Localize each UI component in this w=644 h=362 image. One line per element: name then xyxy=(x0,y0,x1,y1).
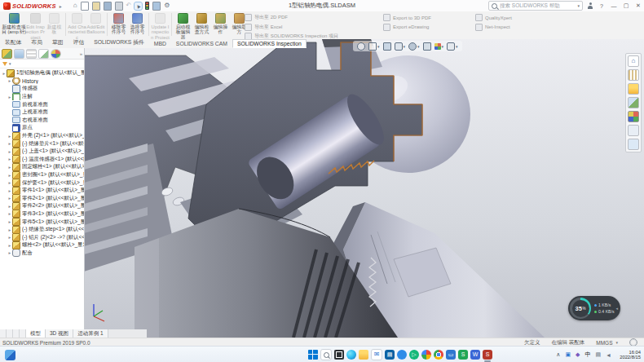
view-tab-model[interactable]: 模型 xyxy=(26,329,46,338)
tab-cam[interactable]: SOLIDWORKS CAM xyxy=(171,39,232,48)
panel-tabs-overflow-icon[interactable]: » xyxy=(80,51,82,56)
taskbar-clock[interactable]: 16:04 2022/8/15 xyxy=(620,350,641,360)
tab-mbd[interactable]: MBD xyxy=(149,39,171,48)
tab-sketch[interactable]: 草图 xyxy=(47,37,68,48)
tree-item-component[interactable]: ▸零件2<2> (默认<<默认>_显示状态 xyxy=(1,202,84,210)
remote-app-icon[interactable]: ▭ xyxy=(446,350,456,360)
task-view-icon[interactable] xyxy=(334,350,344,360)
pane-splitter-button[interactable] xyxy=(13,329,20,338)
hide-show-items-icon[interactable] xyxy=(423,42,431,51)
configuration-manager-tab-icon[interactable] xyxy=(26,49,37,59)
solidworks-resources-icon[interactable]: ⌂ xyxy=(628,55,639,67)
edit-operation-button[interactable]: 编辑操作 xyxy=(211,12,230,35)
chrome-icon[interactable] xyxy=(434,350,443,360)
browser-360-icon[interactable] xyxy=(421,350,431,360)
ime-mode-indicator[interactable]: 中 xyxy=(584,351,590,359)
solidworks-taskbar-icon[interactable]: S xyxy=(483,350,492,360)
save-icon[interactable] xyxy=(104,2,112,11)
tree-item-mates[interactable]: ▸配合 xyxy=(1,249,84,258)
view-tab-3d-views[interactable]: 3D 视图 xyxy=(46,329,73,338)
tree-item-history[interactable]: ▸History xyxy=(1,77,84,86)
new-inspection-project-button[interactable]: 新建检查项目 (amp.针) xyxy=(2,12,26,35)
pane-splitter-button[interactable] xyxy=(0,329,7,338)
view-palette-icon[interactable] xyxy=(628,97,639,108)
print-icon[interactable] xyxy=(115,2,123,11)
search-caret-icon[interactable]: ▾ xyxy=(577,3,580,8)
widgets-icon[interactable] xyxy=(5,350,15,360)
overlay-collapse-icon[interactable]: ◂ xyxy=(615,306,618,311)
new-document-icon[interactable] xyxy=(81,2,89,11)
forum-icon[interactable] xyxy=(628,139,639,150)
feature-manager-tab-icon[interactable] xyxy=(2,49,12,59)
design-library-icon[interactable] xyxy=(628,69,639,81)
home-icon[interactable]: ⌂ xyxy=(73,2,77,10)
tree-item-component[interactable]: ▸(-) 上盖<1> (默认<<默认>_显示状 xyxy=(1,148,84,156)
minimize-button[interactable]: — xyxy=(610,3,618,9)
s-app-icon[interactable]: S xyxy=(458,350,468,360)
start-button[interactable] xyxy=(308,350,318,360)
close-button[interactable]: ✕ xyxy=(634,2,642,9)
zoom-to-area-icon[interactable] xyxy=(368,42,377,51)
select-balloons-button[interactable]: 选择零件序号 xyxy=(128,12,147,35)
tab-addins[interactable]: SOLIDWORKS 插件 xyxy=(89,37,149,48)
dimxpert-manager-tab-icon[interactable] xyxy=(38,49,49,59)
tree-root-assembly[interactable]: ▸ 1型铝轴热电偶 (默认<默认_显示状态-1> xyxy=(1,69,84,77)
tree-item-top-plane[interactable]: 上视基准面 xyxy=(1,108,84,117)
tree-item-sensors[interactable]: 传感器 xyxy=(1,85,84,93)
edit-inspection-method-button[interactable]: 编辑检查方式 xyxy=(192,12,211,35)
tree-item-annotations[interactable]: ▸注解 xyxy=(1,93,84,101)
keyboard-icon[interactable]: ▤ xyxy=(595,351,601,358)
view-tab-motion-study[interactable]: 运动算例 1 xyxy=(73,329,108,338)
tab-assembly[interactable]: 装配体 xyxy=(0,37,26,48)
units-caret-icon[interactable]: ▾ xyxy=(615,340,618,345)
tab-layout[interactable]: 布局 xyxy=(26,37,47,48)
select-tool-icon[interactable]: ▲ xyxy=(135,2,142,10)
property-manager-tab-icon[interactable] xyxy=(14,49,24,59)
pane-splitter-button[interactable] xyxy=(20,329,26,338)
tree-item-component[interactable]: ▸外壳 (2)<1> (默认<<默认>_显示状 xyxy=(1,132,84,140)
zoom-fit-icon[interactable] xyxy=(357,42,365,51)
units-selector[interactable]: MMGS xyxy=(596,340,612,346)
tray-expand-icon[interactable]: ∧ xyxy=(556,351,560,358)
pane-splitter-button[interactable] xyxy=(7,329,13,338)
tree-item-component[interactable]: ▸螺栓<2> (默认<<默认>_显示状态 xyxy=(1,241,84,249)
remove-balloons-button[interactable]: 移除零件序号 xyxy=(109,12,128,35)
menu-expand-arrow-icon[interactable]: ▸ xyxy=(60,3,62,9)
tree-item-origin[interactable]: 原点 xyxy=(1,124,84,132)
tree-item-component[interactable]: ▸零件3<1> (默认<<默认>_显示状态 xyxy=(1,210,84,219)
display-manager-tab-icon[interactable] xyxy=(51,49,61,59)
options-gear-icon[interactable]: ⚙ xyxy=(164,2,170,10)
file-properties-icon[interactable] xyxy=(152,2,161,11)
file-explorer-taskbar-icon[interactable] xyxy=(359,350,368,360)
custom-properties-icon[interactable] xyxy=(628,125,639,136)
net-speed-overlay[interactable]: 35% 1 KB/s 0.4 KB/s ◂ xyxy=(568,296,620,320)
login-user-icon[interactable] xyxy=(587,2,593,10)
graphics-viewport[interactable]: ▾ ▾ ▾ ▾ ▾ ⌂ 35% 1 xyxy=(84,39,644,338)
tree-item-component[interactable]: ▸(-) 绝缘垫.step<1> (默认<<默认 xyxy=(1,226,84,234)
security-icon[interactable]: ◆ xyxy=(576,351,580,358)
tree-item-component[interactable]: ▸(-) 绝缘垫片<1> (默认<<默认>_显 xyxy=(1,139,84,148)
caret-icon[interactable]: ▾ xyxy=(377,44,380,49)
view-settings-icon[interactable] xyxy=(447,42,455,51)
tree-item-component[interactable]: ▸固定螺栓<1> (默认<<默认>_显示状 xyxy=(1,163,84,171)
rebuild-traffic-light-icon[interactable] xyxy=(145,2,149,10)
file-explorer-icon[interactable] xyxy=(628,83,639,95)
edit-appearance-icon[interactable] xyxy=(434,43,441,50)
maximize-button[interactable]: ▢ xyxy=(622,2,630,9)
help-button[interactable]: ? xyxy=(598,3,606,9)
help-search-input[interactable]: 搜索 SOLIDWORKS 帮助 ▾ xyxy=(488,1,583,11)
tree-item-component[interactable]: ▸密封圈<1> (默认<<默认>_显示状 xyxy=(1,171,84,179)
tree-item-component[interactable]: ▸零件1<1> (默认<<默认>_显示状态 xyxy=(1,187,84,195)
video-app-icon[interactable]: ▷ xyxy=(409,350,419,360)
open-icon[interactable] xyxy=(92,2,100,11)
tree-item-right-plane[interactable]: 右视基准面 xyxy=(1,117,84,125)
tab-inspection[interactable]: SOLIDWORKS Inspection xyxy=(232,39,307,48)
tab-evaluate[interactable]: 评估 xyxy=(68,37,90,48)
caret-icon[interactable]: ▾ xyxy=(442,44,444,49)
view-orientation-icon[interactable] xyxy=(395,42,403,51)
filter-caret-icon[interactable]: ▾ xyxy=(9,61,11,66)
tree-item-component[interactable]: ▸(-) 铝片 (2)<2> ->? (默认<<默认 xyxy=(1,233,84,241)
store-app-icon[interactable]: ▤ xyxy=(385,350,395,360)
tree-item-component[interactable]: ▸零件2<1> (默认<<默认>_显示状态 xyxy=(1,195,84,203)
tree-item-component[interactable]: ▸零件5<1> (默认<<默认>_显示状态 xyxy=(1,218,84,226)
